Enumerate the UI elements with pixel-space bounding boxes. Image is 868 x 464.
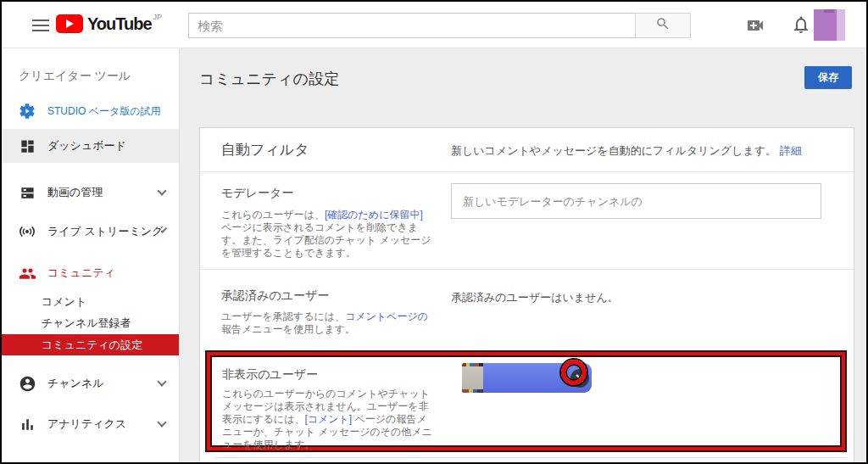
youtube-logo[interactable]: YouTube JP (56, 14, 162, 33)
sidebar-item-label: STUDIO ベータ版の試用 (47, 104, 161, 119)
approved-users-title: 承認済みのユーザー (221, 288, 433, 304)
sidebar-item-comments[interactable]: コメント (2, 292, 179, 312)
autofilter-section: 自動フィルタ 新しいコメントやメッセージを自動的にフィルタリングします。 詳細 (200, 128, 854, 172)
autofilter-title: 自動フィルタ (221, 140, 309, 159)
sidebar-item-video-manager[interactable]: 動画の管理 (2, 176, 179, 210)
sidebar-item-label: チャンネル (47, 376, 104, 391)
search-input[interactable] (188, 13, 636, 38)
community-people-icon (18, 264, 36, 282)
details-link[interactable]: 詳細 (780, 144, 802, 157)
save-button[interactable]: 保存 (804, 66, 852, 89)
search-button[interactable] (635, 13, 691, 38)
youtube-wordmark: YouTube (87, 14, 152, 33)
hidden-user-avatar (462, 363, 483, 393)
autofilter-description: 新しいコメントやメッセージを自動的にフィルタリングします。 詳細 (451, 143, 802, 159)
sidebar-item-community-settings[interactable]: コミュニティの設定 (2, 334, 179, 355)
sidebar-subitem-label: コミュニティの設定 (42, 338, 142, 353)
channel-person-icon (18, 374, 36, 393)
sidebar-subitem-label: チャンネル登録者 (42, 316, 131, 331)
sidebar-item-label: コミュニティ (47, 266, 115, 281)
screenshot-root: YouTube JP クリエイター ツール STUDIO ベータ版の試用 (0, 0, 868, 464)
sidebar-item-dashboard[interactable]: ダッシュボード (2, 129, 179, 163)
held-for-review-link[interactable]: [確認のために保留中] (325, 209, 423, 221)
approved-users-empty-text: 承認済みのユーザーはいません。 (451, 290, 619, 305)
main-content: コミュニティの設定 保存 自動フィルタ 新しいコメントやメッセージを自動的にフィ… (181, 48, 866, 462)
analytics-bars-icon (18, 415, 36, 433)
hidden-users-description: これらのユーザーからのコメントやチャット メッセージは表示されません。ユーザーを… (222, 388, 436, 451)
sidebar-item-label: 動画の管理 (47, 185, 103, 200)
search-icon (655, 16, 670, 35)
sidebar: クリエイター ツール STUDIO ベータ版の試用 ダッシュボード 動画の管理 (2, 48, 180, 462)
sidebar-item-label: ライブ ストリーミング (47, 224, 163, 239)
comments-link[interactable]: [コメント] (304, 413, 352, 425)
moderators-title: モデレーター (221, 186, 433, 201)
chevron-down-icon (157, 377, 166, 386)
moderators-description: これらのユーザーは、[確認のために保留中] ページに表示されるコメントを削除でき… (221, 209, 433, 260)
translate-icon: 文 (18, 461, 36, 462)
hidden-users-title: 非表示のユーザー (222, 367, 318, 383)
notifications-bell-icon[interactable] (791, 14, 811, 38)
dashboard-icon (18, 137, 36, 155)
add-moderator-input[interactable] (451, 183, 821, 219)
comments-page-link[interactable]: コメントページの (345, 310, 428, 322)
hidden-user-chip[interactable] (462, 363, 592, 393)
sidebar-item-translations[interactable]: 文 翻訳と文字起こし (2, 453, 179, 462)
youtube-play-icon (56, 14, 83, 33)
video-manager-icon (18, 183, 36, 202)
live-streaming-icon (18, 222, 36, 241)
sidebar-subitem-label: コメント (42, 294, 86, 310)
top-header: YouTube JP (2, 2, 866, 48)
settings-card: 自動フィルタ 新しいコメントやメッセージを自動的にフィルタリングします。 詳細 … (199, 127, 854, 462)
sidebar-item-label: アナリティクス (47, 416, 126, 432)
studio-gear-icon (18, 102, 36, 120)
chevron-down-icon (157, 417, 166, 427)
hamburger-menu-icon[interactable] (32, 20, 49, 31)
sidebar-item-label: ダッシュボード (47, 138, 126, 154)
sidebar-item-live-streaming[interactable]: ライブ ストリーミング (2, 215, 179, 249)
sidebar-item-subscribers[interactable]: チャンネル登録者 (2, 313, 179, 333)
approved-users-section: 承認済みのユーザー ユーザーを承認するには、コメントページの報告メニューを使用し… (200, 270, 854, 355)
page-title: コミュニティの設定 (199, 69, 339, 89)
sidebar-item-analytics[interactable]: アナリティクス (2, 407, 179, 441)
hidden-users-annotation-box: 非表示のユーザー これらのユーザーからのコメントやチャット メッセージは表示され… (210, 355, 842, 447)
section-divider (215, 457, 847, 458)
upload-video-icon[interactable] (744, 15, 766, 39)
chevron-down-icon (157, 186, 166, 195)
sidebar-item-channel[interactable]: チャンネル (2, 366, 179, 400)
sidebar-item-studio-beta[interactable]: STUDIO ベータ版の試用 (2, 96, 179, 126)
sidebar-title: クリエイター ツール (19, 69, 131, 84)
remove-hidden-user-button[interactable] (570, 369, 589, 388)
approved-users-description: ユーザーを承認するには、コメントページの報告メニューを使用します。 (221, 310, 433, 336)
moderators-section: モデレーター これらのユーザーは、[確認のために保留中] ページに表示されるコメ… (200, 172, 854, 270)
logo-region-label: JP (153, 13, 163, 21)
sidebar-item-community[interactable]: コミュニティ (2, 256, 179, 290)
account-avatar[interactable] (814, 9, 845, 41)
